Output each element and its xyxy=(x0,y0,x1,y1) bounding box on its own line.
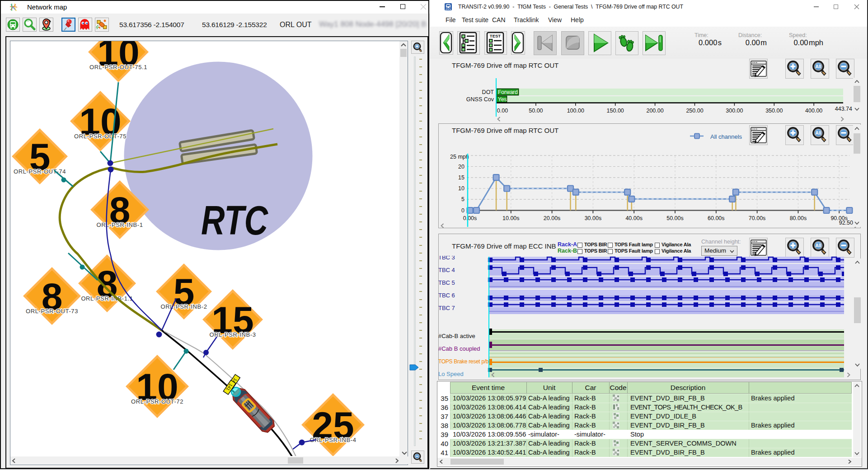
svg-text:ORL-PSR-INB-1: ORL-PSR-INB-1 xyxy=(96,221,143,228)
svg-text:70.00s: 70.00s xyxy=(749,215,766,221)
svg-text:ORL-PSR-INB-4: ORL-PSR-INB-4 xyxy=(310,437,356,443)
svg-text:100.00: 100.00 xyxy=(567,108,584,114)
svg-text:300.00: 300.00 xyxy=(726,108,743,114)
svg-text:ORL-PSR-OUT-75: ORL-PSR-OUT-75 xyxy=(74,133,127,140)
svg-text:TEST: TEST xyxy=(490,33,501,38)
svg-text:25 mph: 25 mph xyxy=(450,154,469,160)
svg-text:0.00s: 0.00s xyxy=(463,215,477,221)
svg-text:150.00: 150.00 xyxy=(607,108,624,114)
svg-text:250.00: 250.00 xyxy=(686,108,703,114)
svg-text:GNSS Cov: GNSS Cov xyxy=(466,96,494,103)
svg-text:80.00s: 80.00s xyxy=(790,215,807,221)
svg-text:ORL-PSR-INB-2: ORL-PSR-INB-2 xyxy=(160,303,207,310)
svg-text:DOT: DOT xyxy=(482,89,494,95)
svg-text:350.00: 350.00 xyxy=(765,108,783,114)
svg-text:Yes: Yes xyxy=(498,96,507,103)
svg-text:ORL-PSR-OUT-73: ORL-PSR-OUT-73 xyxy=(26,308,78,315)
svg-text:30.00s: 30.00s xyxy=(585,215,602,221)
svg-text:50.00s: 50.00s xyxy=(666,215,684,221)
svg-text:400.00: 400.00 xyxy=(805,108,822,114)
svg-text:RTC: RTC xyxy=(201,198,269,243)
svg-text:50.00: 50.00 xyxy=(529,108,543,114)
svg-text:20: 20 xyxy=(458,164,464,170)
svg-text:ORL-PSR-INB-1.1: ORL-PSR-INB-1.1 xyxy=(81,295,133,302)
svg-text:40.00s: 40.00s xyxy=(625,215,643,221)
svg-text:10: 10 xyxy=(458,185,464,192)
svg-text:ORL-PSR-OUT-75.1: ORL-PSR-OUT-75.1 xyxy=(89,64,147,70)
svg-text:0: 0 xyxy=(461,207,464,214)
svg-text:200.00: 200.00 xyxy=(646,108,663,114)
svg-text:443.74: 443.74 xyxy=(835,106,852,112)
svg-text:60.00s: 60.00s xyxy=(708,215,725,221)
svg-text:92.50: 92.50 xyxy=(839,220,853,226)
svg-text:All: All xyxy=(816,64,821,69)
svg-text:All: All xyxy=(816,243,821,248)
svg-text:10.00s: 10.00s xyxy=(502,215,520,221)
svg-text:20.00s: 20.00s xyxy=(544,215,561,221)
svg-text:5: 5 xyxy=(461,196,464,202)
svg-text:ORL-PSR-OUT-72: ORL-PSR-OUT-72 xyxy=(131,398,183,405)
svg-text:All: All xyxy=(816,131,821,136)
svg-text:0.00: 0.00 xyxy=(497,108,508,114)
svg-text:15: 15 xyxy=(458,174,464,181)
svg-text:Forward: Forward xyxy=(498,89,518,95)
